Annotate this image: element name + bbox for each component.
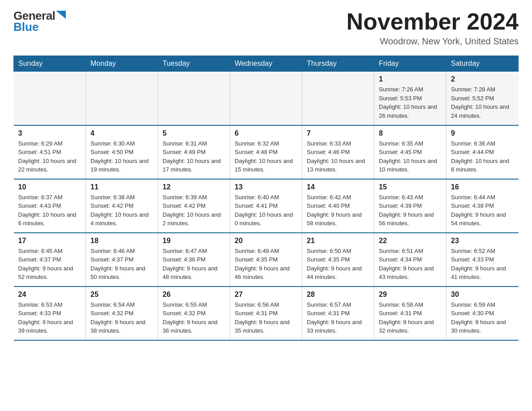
week-row-4: 17Sunrise: 6:45 AM Sunset: 4:37 PM Dayli…	[14, 233, 519, 287]
calendar-cell: 25Sunrise: 6:54 AM Sunset: 4:32 PM Dayli…	[86, 287, 158, 340]
day-number: 10	[18, 183, 82, 191]
day-number: 2	[451, 75, 514, 83]
day-number: 27	[235, 291, 297, 299]
calendar-cell: 11Sunrise: 6:38 AM Sunset: 4:42 PM Dayli…	[86, 179, 158, 233]
calendar-cell: 10Sunrise: 6:37 AM Sunset: 4:43 PM Dayli…	[14, 179, 86, 233]
day-info: Sunrise: 6:53 AM Sunset: 4:33 PM Dayligh…	[18, 300, 82, 335]
day-info: Sunrise: 6:52 AM Sunset: 4:33 PM Dayligh…	[451, 247, 514, 282]
day-number: 9	[451, 129, 514, 137]
day-number: 18	[90, 237, 153, 245]
calendar-cell: 6Sunrise: 6:32 AM Sunset: 4:48 PM Daylig…	[230, 125, 302, 179]
week-row-1: 1Sunrise: 7:26 AM Sunset: 5:53 PM Daylig…	[14, 72, 519, 125]
day-number: 24	[18, 291, 82, 299]
day-number: 11	[90, 183, 153, 191]
day-info: Sunrise: 6:38 AM Sunset: 4:42 PM Dayligh…	[90, 193, 153, 228]
day-info: Sunrise: 6:39 AM Sunset: 4:42 PM Dayligh…	[163, 193, 225, 228]
calendar-cell: 21Sunrise: 6:50 AM Sunset: 4:35 PM Dayli…	[302, 233, 374, 287]
day-info: Sunrise: 6:50 AM Sunset: 4:35 PM Dayligh…	[307, 247, 369, 282]
day-info: Sunrise: 6:33 AM Sunset: 4:46 PM Dayligh…	[307, 139, 369, 174]
day-number: 16	[451, 183, 514, 191]
calendar-cell: 8Sunrise: 6:35 AM Sunset: 4:45 PM Daylig…	[374, 125, 446, 179]
day-info: Sunrise: 6:29 AM Sunset: 4:51 PM Dayligh…	[18, 139, 82, 174]
week-row-2: 3Sunrise: 6:29 AM Sunset: 4:51 PM Daylig…	[14, 125, 519, 179]
weekday-header-monday: Monday	[86, 56, 158, 72]
logo-blue-text: Blue	[13, 20, 39, 34]
day-info: Sunrise: 6:45 AM Sunset: 4:37 PM Dayligh…	[18, 247, 82, 282]
calendar-cell: 19Sunrise: 6:47 AM Sunset: 4:36 PM Dayli…	[158, 233, 230, 287]
day-info: Sunrise: 6:43 AM Sunset: 4:39 PM Dayligh…	[379, 193, 442, 228]
day-number: 6	[235, 129, 297, 137]
svg-marker-0	[56, 11, 66, 19]
week-row-3: 10Sunrise: 6:37 AM Sunset: 4:43 PM Dayli…	[14, 179, 519, 233]
day-info: Sunrise: 6:59 AM Sunset: 4:30 PM Dayligh…	[451, 300, 514, 335]
day-info: Sunrise: 6:40 AM Sunset: 4:41 PM Dayligh…	[235, 193, 297, 228]
day-number: 21	[307, 237, 369, 245]
weekday-header-wednesday: Wednesday	[230, 56, 302, 72]
calendar-cell: 12Sunrise: 6:39 AM Sunset: 4:42 PM Dayli…	[158, 179, 230, 233]
day-number: 23	[451, 237, 514, 245]
day-info: Sunrise: 6:30 AM Sunset: 4:50 PM Dayligh…	[90, 139, 153, 174]
page-header: General Blue November 2024 Woodrow, New …	[13, 9, 519, 47]
day-number: 5	[163, 129, 225, 137]
day-info: Sunrise: 6:36 AM Sunset: 4:44 PM Dayligh…	[451, 139, 514, 174]
day-number: 8	[379, 129, 442, 137]
title-block: November 2024 Woodrow, New York, United …	[347, 9, 519, 47]
day-number: 15	[379, 183, 442, 191]
calendar-cell	[302, 72, 374, 125]
logo: General Blue	[13, 9, 66, 34]
day-number: 20	[235, 237, 297, 245]
day-info: Sunrise: 6:32 AM Sunset: 4:48 PM Dayligh…	[235, 139, 297, 174]
calendar-cell	[158, 72, 230, 125]
day-number: 7	[307, 129, 369, 137]
calendar-cell: 15Sunrise: 6:43 AM Sunset: 4:39 PM Dayli…	[374, 179, 446, 233]
calendar-table: SundayMondayTuesdayWednesdayThursdayFrid…	[13, 56, 519, 341]
week-row-5: 24Sunrise: 6:53 AM Sunset: 4:33 PM Dayli…	[14, 287, 519, 340]
calendar-cell: 20Sunrise: 6:49 AM Sunset: 4:35 PM Dayli…	[230, 233, 302, 287]
weekday-header-saturday: Saturday	[446, 56, 519, 72]
day-info: Sunrise: 6:58 AM Sunset: 4:31 PM Dayligh…	[379, 300, 442, 335]
calendar-cell: 23Sunrise: 6:52 AM Sunset: 4:33 PM Dayli…	[446, 233, 519, 287]
weekday-header-tuesday: Tuesday	[158, 56, 230, 72]
calendar-cell: 3Sunrise: 6:29 AM Sunset: 4:51 PM Daylig…	[14, 125, 86, 179]
weekday-header-row: SundayMondayTuesdayWednesdayThursdayFrid…	[14, 56, 519, 72]
day-info: Sunrise: 6:56 AM Sunset: 4:31 PM Dayligh…	[235, 300, 297, 335]
location-subtitle: Woodrow, New York, United States	[347, 36, 519, 47]
day-info: Sunrise: 7:28 AM Sunset: 5:52 PM Dayligh…	[451, 85, 514, 120]
weekday-header-sunday: Sunday	[14, 56, 86, 72]
day-number: 4	[90, 129, 153, 137]
day-number: 13	[235, 183, 297, 191]
day-number: 1	[379, 75, 442, 83]
day-number: 12	[163, 183, 225, 191]
calendar-cell: 4Sunrise: 6:30 AM Sunset: 4:50 PM Daylig…	[86, 125, 158, 179]
logo-triangle-icon	[56, 11, 66, 19]
day-info: Sunrise: 6:37 AM Sunset: 4:43 PM Dayligh…	[18, 193, 82, 228]
calendar-cell	[230, 72, 302, 125]
day-info: Sunrise: 6:47 AM Sunset: 4:36 PM Dayligh…	[163, 247, 225, 282]
month-title: November 2024	[347, 9, 519, 34]
day-info: Sunrise: 6:31 AM Sunset: 4:49 PM Dayligh…	[163, 139, 225, 174]
calendar-cell: 18Sunrise: 6:46 AM Sunset: 4:37 PM Dayli…	[86, 233, 158, 287]
day-number: 22	[379, 237, 442, 245]
calendar-cell: 26Sunrise: 6:55 AM Sunset: 4:32 PM Dayli…	[158, 287, 230, 340]
day-number: 30	[451, 291, 514, 299]
day-info: Sunrise: 6:46 AM Sunset: 4:37 PM Dayligh…	[90, 247, 153, 282]
calendar-cell: 9Sunrise: 6:36 AM Sunset: 4:44 PM Daylig…	[446, 125, 519, 179]
day-number: 14	[307, 183, 369, 191]
day-info: Sunrise: 6:35 AM Sunset: 4:45 PM Dayligh…	[379, 139, 442, 174]
calendar-cell: 7Sunrise: 6:33 AM Sunset: 4:46 PM Daylig…	[302, 125, 374, 179]
calendar-cell: 13Sunrise: 6:40 AM Sunset: 4:41 PM Dayli…	[230, 179, 302, 233]
day-info: Sunrise: 6:51 AM Sunset: 4:34 PM Dayligh…	[379, 247, 442, 282]
calendar-cell: 17Sunrise: 6:45 AM Sunset: 4:37 PM Dayli…	[14, 233, 86, 287]
day-info: Sunrise: 7:26 AM Sunset: 5:53 PM Dayligh…	[379, 85, 442, 120]
day-info: Sunrise: 6:54 AM Sunset: 4:32 PM Dayligh…	[90, 300, 153, 335]
weekday-header-friday: Friday	[374, 56, 446, 72]
calendar-cell	[14, 72, 86, 125]
calendar-cell: 29Sunrise: 6:58 AM Sunset: 4:31 PM Dayli…	[374, 287, 446, 340]
day-number: 26	[163, 291, 225, 299]
day-number: 19	[163, 237, 225, 245]
weekday-header-thursday: Thursday	[302, 56, 374, 72]
day-number: 29	[379, 291, 442, 299]
day-info: Sunrise: 6:49 AM Sunset: 4:35 PM Dayligh…	[235, 247, 297, 282]
day-number: 3	[18, 129, 82, 137]
calendar-cell: 5Sunrise: 6:31 AM Sunset: 4:49 PM Daylig…	[158, 125, 230, 179]
